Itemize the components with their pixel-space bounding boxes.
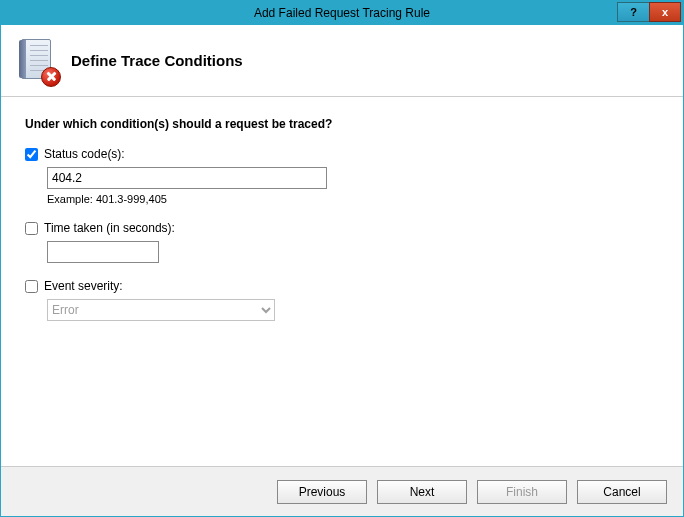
wizard-header: Define Trace Conditions — [1, 25, 683, 97]
prompt-text: Under which condition(s) should a reques… — [25, 117, 659, 131]
next-button[interactable]: Next — [377, 480, 467, 504]
wizard-footer: Previous Next Finish Cancel — [1, 466, 683, 516]
wizard-content: Under which condition(s) should a reques… — [1, 97, 683, 466]
time-taken-sub — [47, 241, 659, 263]
error-badge-icon — [41, 67, 61, 87]
cancel-button[interactable]: Cancel — [577, 480, 667, 504]
titlebar: Add Failed Request Tracing Rule ? x — [1, 1, 683, 25]
time-taken-checkbox[interactable] — [25, 222, 38, 235]
event-severity-label: Event severity: — [44, 279, 123, 293]
time-taken-row: Time taken (in seconds): — [25, 221, 659, 235]
help-button[interactable]: ? — [617, 2, 649, 22]
event-severity-row: Event severity: — [25, 279, 659, 293]
finish-button[interactable]: Finish — [477, 480, 567, 504]
window-title: Add Failed Request Tracing Rule — [1, 1, 683, 25]
event-severity-select[interactable]: Error — [47, 299, 275, 321]
time-taken-label: Time taken (in seconds): — [44, 221, 175, 235]
previous-button[interactable]: Previous — [277, 480, 367, 504]
time-taken-input[interactable] — [47, 241, 159, 263]
dialog-window: Add Failed Request Tracing Rule ? x Defi… — [0, 0, 684, 517]
status-codes-sub: Example: 401.3-999,405 — [47, 167, 659, 205]
status-codes-label: Status code(s): — [44, 147, 125, 161]
titlebar-buttons: ? x — [617, 1, 681, 23]
event-severity-sub: Error — [47, 299, 659, 321]
status-codes-checkbox[interactable] — [25, 148, 38, 161]
status-codes-input[interactable] — [47, 167, 327, 189]
status-codes-row: Status code(s): — [25, 147, 659, 161]
page-title: Define Trace Conditions — [71, 52, 243, 69]
status-codes-example: Example: 401.3-999,405 — [47, 193, 659, 205]
event-severity-checkbox[interactable] — [25, 280, 38, 293]
close-button[interactable]: x — [649, 2, 681, 22]
notebook-error-icon — [19, 39, 57, 83]
